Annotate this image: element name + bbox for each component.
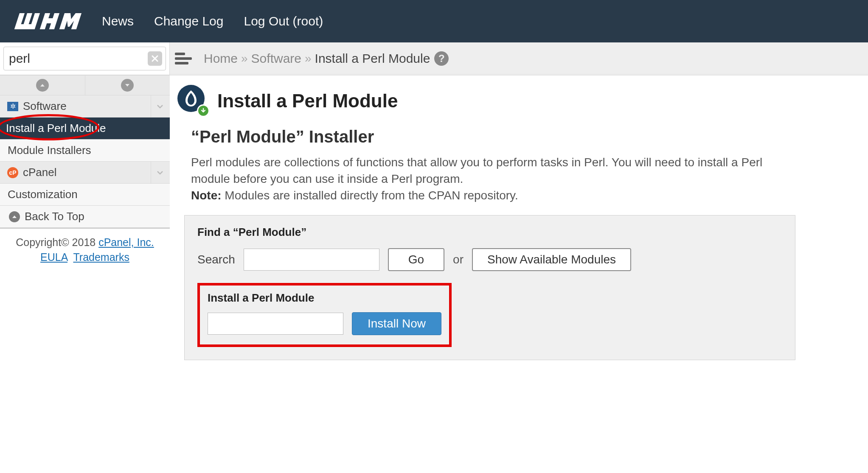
arrow-up-circle-icon (8, 211, 21, 222)
eula-link[interactable]: EULA (40, 251, 67, 263)
crumb-home[interactable]: Home (204, 51, 238, 66)
sidebar-down-button[interactable] (85, 76, 170, 95)
sidebar-item-customization[interactable]: Customization (0, 184, 170, 206)
sidebar-item-label: Customization (8, 188, 78, 201)
module-search-input[interactable] (244, 249, 379, 271)
sidebar-item-label: Module Installers (8, 144, 91, 157)
sidebar-item-module-installers[interactable]: Module Installers (0, 140, 170, 162)
copyright-text: Copyright© 2018 (16, 236, 98, 248)
main-content: Install a Perl Module “Perl Module” Inst… (170, 76, 868, 377)
or-text: or (453, 253, 463, 266)
sidebar-back-to-top[interactable]: Back To Top (0, 206, 170, 228)
cpanel-icon: cP (6, 167, 20, 178)
crumb-section[interactable]: Software (251, 51, 301, 66)
sidebar-up-button[interactable] (0, 76, 85, 95)
sidebar-item-label: Install a Perl Module (6, 122, 106, 135)
chevron-down-icon[interactable] (151, 95, 164, 117)
install-module-input[interactable] (208, 313, 343, 335)
module-panel: Find a “Perl Module” Search Go or Show A… (184, 215, 795, 360)
sidebar: ✲ Software Install a Perl Module Module … (0, 76, 170, 377)
chevron-down-icon[interactable] (151, 162, 164, 183)
hamburger-icon[interactable] (175, 53, 192, 64)
sidebar-category-cpanel[interactable]: cP cPanel (0, 162, 170, 184)
sidebar-label: Software (23, 100, 67, 113)
gear-icon: ✲ (6, 102, 20, 111)
breadcrumb: Home » Software » Install a Perl Module … (170, 42, 868, 75)
search-label: Search (197, 253, 235, 266)
install-title: Install a Perl Module (208, 291, 441, 305)
nav-news[interactable]: News (102, 14, 134, 28)
section-subtitle: “Perl Module” Installer (191, 127, 855, 146)
top-header: News Change Log Log Out (root) (0, 0, 868, 42)
nav-changelog[interactable]: Change Log (154, 14, 223, 28)
trademarks-link[interactable]: Trademarks (73, 251, 129, 263)
company-link[interactable]: cPanel, Inc. (98, 236, 154, 248)
clear-search-icon[interactable] (148, 51, 162, 66)
perl-module-icon (177, 85, 210, 117)
sidebar-search-input[interactable] (9, 51, 148, 66)
nav-logout[interactable]: Log Out (root) (244, 14, 323, 28)
install-now-button[interactable]: Install Now (352, 312, 441, 335)
description-text: Perl modules are collections of function… (191, 154, 785, 204)
sidebar-search-area (0, 42, 170, 75)
sidebar-footer: Copyright© 2018 cPanel, Inc. EULA Tradem… (0, 228, 170, 276)
go-button[interactable]: Go (388, 248, 444, 271)
show-available-button[interactable]: Show Available Modules (472, 248, 631, 271)
crumb-sep: » (241, 52, 248, 65)
whm-logo[interactable] (13, 11, 89, 32)
sidebar-category-software[interactable]: ✲ Software (0, 95, 170, 118)
sidebar-label: cPanel (23, 166, 57, 179)
sidebar-item-label: Back To Top (25, 210, 84, 223)
page-title: Install a Perl Module (217, 90, 398, 112)
crumb-page: Install a Perl Module (315, 51, 430, 66)
help-icon[interactable]: ? (434, 51, 449, 66)
sidebar-item-install-perl[interactable]: Install a Perl Module (0, 118, 170, 140)
find-label: Find a “Perl Module” (197, 226, 782, 239)
crumb-sep: » (305, 52, 312, 65)
install-block-annotation: Install a Perl Module Install Now (197, 283, 452, 347)
download-badge-icon (197, 104, 210, 117)
